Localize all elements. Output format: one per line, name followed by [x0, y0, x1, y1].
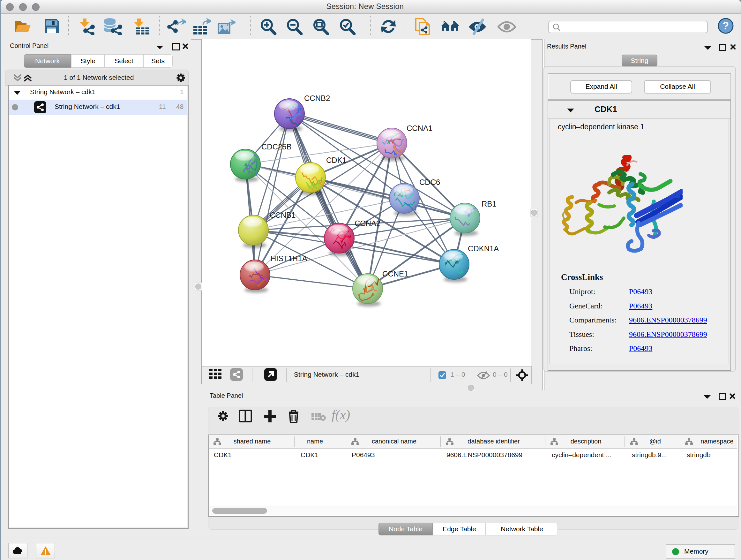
svg-text:RB1: RB1 [482, 199, 496, 208]
svg-text:CCNB1: CCNB1 [270, 211, 295, 219]
svg-text:CDKN1A: CDKN1A [468, 244, 499, 253]
svg-text:CCNA1: CCNA1 [407, 124, 432, 132]
svg-text:CCNB2: CCNB2 [304, 94, 330, 103]
svg-text:?: ? [723, 19, 729, 32]
svg-text:HIST1H1A: HIST1H1A [271, 254, 307, 263]
svg-text:CDC25B: CDC25B [261, 142, 292, 151]
svg-text:CCNE1: CCNE1 [382, 269, 408, 278]
svg-text:CDC6: CDC6 [419, 178, 440, 186]
svg-text:CCNA2: CCNA2 [354, 219, 381, 228]
svg-text:CDK1: CDK1 [326, 156, 347, 165]
